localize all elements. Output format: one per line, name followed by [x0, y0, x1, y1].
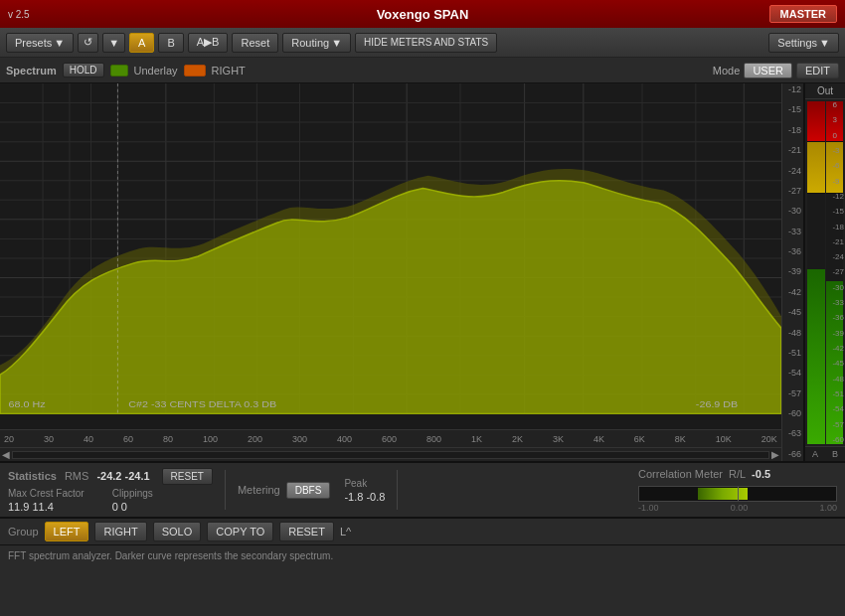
scroll-left-arrow[interactable]: ◀: [2, 449, 10, 460]
freq-label-2k: 2K: [512, 434, 523, 444]
group-bar: Group LEFT RIGHT SOLO COPY TO RESET L^: [0, 517, 845, 544]
vu-bars: 6 3 0 -3 -6 -9 -12 -15 -18 -21 -24 -27 -…: [805, 99, 845, 446]
group-reset-button[interactable]: RESET: [279, 522, 334, 541]
correlation-header: Correlation Meter R/L -0.5: [638, 468, 837, 480]
vu-red-zone: [807, 101, 825, 142]
db-tick-27: -27: [782, 187, 803, 196]
reset-button[interactable]: Reset: [232, 33, 278, 53]
db-tick-33: -33: [782, 228, 803, 236]
user-mode-button[interactable]: USER: [744, 63, 792, 78]
a-button[interactable]: A: [129, 33, 154, 53]
correlation-bar: [638, 486, 837, 502]
corr-plus-label: 1.00: [819, 503, 837, 513]
rms-values: -24.2 -24.1: [96, 470, 149, 482]
routing-button[interactable]: Routing ▼: [282, 33, 351, 53]
freq-label-800: 800: [426, 434, 441, 444]
freq-label-4k: 4K: [593, 434, 604, 444]
db-scale: -12 -15 -18 -21 -24 -27 -30 -33 -36 -39 …: [781, 83, 803, 461]
vu-bar-b: [826, 101, 844, 444]
freq-labels: 20 30 40 60 80 100 200 300 400 600 800 1…: [4, 434, 777, 444]
status-bar: FFT spectrum analyzer. Darker curve repr…: [0, 544, 845, 566]
title-bar: v 2.5 Voxengo SPAN MASTER: [0, 0, 845, 28]
db-tick-42: -42: [782, 288, 803, 297]
db-tick-54: -54: [782, 369, 803, 378]
freq-label-20k: 20K: [761, 434, 777, 444]
stats-bar: Statistics RMS -24.2 -24.1 RESET Max Cre…: [0, 461, 845, 517]
correlation-label: Correlation Meter: [638, 468, 723, 480]
peak-section: Peak -1.8 -0.8: [344, 478, 385, 503]
hold-button[interactable]: HOLD: [63, 63, 104, 77]
presets-button[interactable]: Presets ▼: [6, 33, 74, 53]
stats-reset-button[interactable]: RESET: [162, 468, 213, 485]
group-left-button[interactable]: LEFT: [45, 522, 89, 541]
db-tick-21: -21: [782, 146, 803, 155]
freq-label-6k: 6K: [634, 434, 645, 444]
rl-value: -0.5: [752, 468, 770, 480]
db-tick-12: -12: [782, 85, 803, 94]
vu-b-label: B: [832, 449, 838, 459]
freq-label-30: 30: [44, 434, 54, 444]
copy-to-button[interactable]: COPY TO: [207, 522, 273, 541]
db-tick-39: -39: [782, 267, 803, 276]
correlation-section: Correlation Meter R/L -0.5 -1.00 0.00 1.…: [638, 468, 837, 513]
vu-out-label: Out: [805, 83, 845, 99]
freq-label-200: 200: [248, 434, 262, 444]
corr-zero-label: 0.00: [731, 503, 749, 513]
green-indicator: [110, 65, 128, 77]
status-text: FFT spectrum analyzer. Darker curve repr…: [8, 550, 333, 561]
orange-indicator: [184, 65, 206, 77]
crest-label: Max Crest Factor: [8, 488, 84, 499]
spectrum-svg: 68.0 Hz C#2 -33 CENTS DELTA 0.3 DB -26.9…: [0, 83, 781, 429]
settings-button[interactable]: Settings ▼: [768, 33, 839, 53]
db-tick-36: -36: [782, 247, 803, 256]
correlation-scale: -1.00 0.00 1.00: [638, 503, 837, 513]
right-channel-label: RIGHT: [212, 65, 246, 77]
main-area: 68.0 Hz C#2 -33 CENTS DELTA 0.3 DB -26.9…: [0, 83, 845, 461]
vu-yellow-zone: [807, 142, 825, 194]
correlation-bar-container: -1.00 0.00 1.00: [638, 486, 837, 513]
db-tick-66: -66: [782, 450, 803, 459]
edit-button[interactable]: EDIT: [796, 63, 839, 78]
mode-section: Mode USER EDIT: [713, 63, 839, 78]
undo-button[interactable]: ↺: [78, 33, 98, 53]
crest-values: 11.9 11.4: [8, 501, 84, 513]
app-title: Voxengo SPAN: [377, 7, 469, 22]
svg-text:C#2  -33  CENTS    DELTA  0.3 : C#2 -33 CENTS DELTA 0.3 DB: [128, 398, 276, 408]
dbfs-button[interactable]: DBFS: [286, 482, 331, 499]
rms-label: RMS: [65, 470, 88, 482]
rms-row: Statistics RMS -24.2 -24.1 RESET: [8, 468, 213, 485]
clippings-section: Clippings 0 0: [112, 488, 153, 513]
db-tick-45: -45: [782, 308, 803, 317]
freq-label-60: 60: [123, 434, 133, 444]
redo-button[interactable]: ▼: [102, 33, 125, 53]
db-tick-57: -57: [782, 389, 803, 398]
metering-section: Metering DBFS Peak -1.8 -0.8: [238, 478, 385, 503]
freq-label-300: 300: [292, 434, 307, 444]
scroll-right-arrow[interactable]: ▶: [771, 449, 779, 460]
group-right-button[interactable]: RIGHT: [94, 522, 146, 541]
ab-arrow-button[interactable]: A▶B: [188, 33, 229, 53]
spectrum-panel: 68.0 Hz C#2 -33 CENTS DELTA 0.3 DB -26.9…: [0, 83, 781, 461]
hide-meters-button[interactable]: HIDE METERS AND STATS: [355, 33, 497, 53]
scroll-track[interactable]: [12, 451, 769, 459]
freq-label-600: 600: [382, 434, 397, 444]
vu-meter: Out: [803, 83, 845, 461]
b-button[interactable]: B: [158, 33, 183, 53]
vu-bar-a: [807, 101, 825, 444]
solo-button[interactable]: SOLO: [153, 522, 202, 541]
db-tick-60: -60: [782, 409, 803, 418]
peak-label: Peak: [344, 478, 385, 489]
db-tick-30: -30: [782, 207, 803, 216]
spectrum-scrollbar: ◀ ▶: [0, 447, 781, 461]
svg-text:-26.9  DB: -26.9 DB: [696, 398, 739, 408]
freq-axis: 20 30 40 60 80 100 200 300 400 600 800 1…: [0, 429, 781, 447]
channel-label: L^: [340, 526, 351, 538]
vu-red-zone-b: [826, 101, 844, 142]
spectrum-row: Spectrum HOLD Underlay RIGHT Mode USER E…: [0, 58, 845, 83]
spectrum-display: 68.0 Hz C#2 -33 CENTS DELTA 0.3 DB -26.9…: [0, 83, 781, 429]
peak-values: -1.8 -0.8: [344, 491, 385, 503]
mode-label: Mode: [713, 65, 741, 77]
crest-section: Max Crest Factor 11.9 11.4: [8, 488, 84, 513]
version-text: v 2.5: [8, 9, 30, 20]
master-button[interactable]: MASTER: [769, 5, 837, 23]
